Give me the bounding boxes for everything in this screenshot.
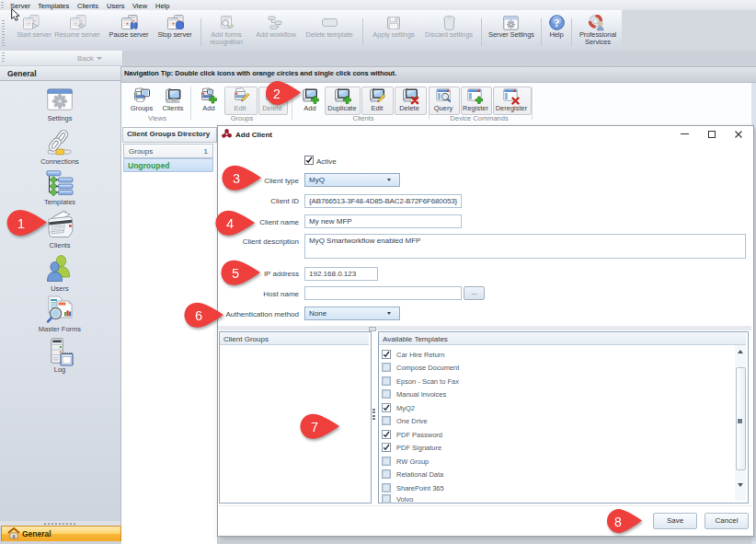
svg-text:6: 6 <box>195 308 202 323</box>
svg-text:2: 2 <box>273 87 281 101</box>
svg-text:5: 5 <box>232 266 239 281</box>
svg-text:1: 1 <box>17 215 25 231</box>
svg-text:4: 4 <box>226 216 234 231</box>
svg-text:?: ? <box>555 17 560 29</box>
svg-text:8: 8 <box>614 515 622 529</box>
svg-text:7: 7 <box>311 420 318 434</box>
svg-text:3: 3 <box>233 171 240 186</box>
